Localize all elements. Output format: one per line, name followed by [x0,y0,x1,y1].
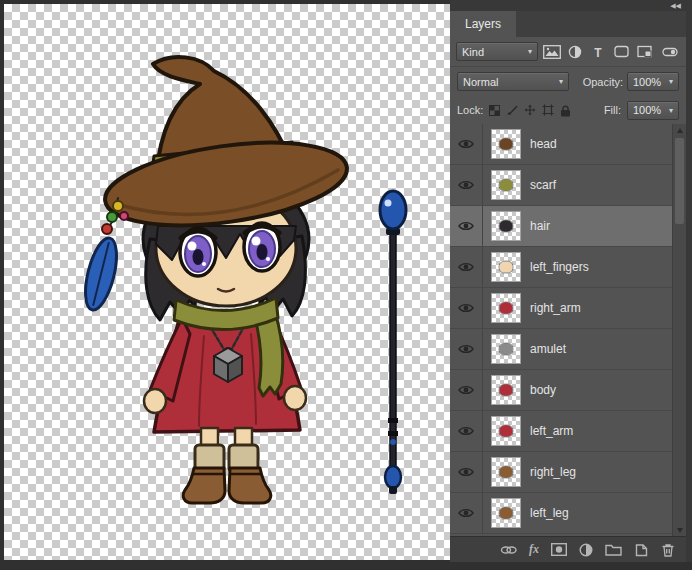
chevron-down-icon: ▾ [669,106,673,115]
lock-all-icon[interactable] [560,104,571,117]
lock-artboard-icon[interactable] [542,104,554,116]
hat-group [100,57,352,239]
layer-row-right-leg[interactable]: right_leg [450,452,672,493]
eye-icon [458,425,474,437]
layer-row-head[interactable]: head [450,124,672,165]
new-layer-icon[interactable] [634,543,649,557]
fill-value: 100% [633,104,661,116]
link-layers-icon[interactable] [500,544,517,556]
layer-visibility-toggle[interactable] [450,124,483,164]
layer-visibility-toggle[interactable] [450,247,483,287]
blend-opacity-row: Normal ▾ Opacity: 100% ▾ [450,67,686,96]
beads-feather-group [79,198,128,313]
layer-list-scrollbar[interactable] [672,124,686,536]
layer-visibility-toggle[interactable] [450,370,483,410]
layer-row-body[interactable]: body [450,370,672,411]
filter-kind-label: Kind [462,46,484,58]
layer-row-left-fingers[interactable]: left_fingers [450,247,672,288]
layer-visibility-toggle[interactable] [450,165,483,205]
document-canvas[interactable] [4,4,450,560]
layer-thumbnail[interactable] [491,334,521,364]
layer-visibility-toggle[interactable] [450,493,483,533]
filter-kind-select[interactable]: Kind ▾ [456,42,538,61]
layer-style-button[interactable]: fx [529,542,539,557]
layer-thumbnail[interactable] [491,170,521,200]
layer-name: left_leg [530,506,569,520]
chevron-down-icon: ▾ [559,77,563,86]
layer-name: body [530,383,556,397]
new-adjustment-layer-icon[interactable] [579,543,593,557]
opacity-select[interactable]: 100% ▾ [627,72,679,91]
svg-text:T: T [594,45,602,59]
layer-row-scarf[interactable]: scarf [450,165,672,206]
staff-group [380,191,406,494]
fill-select[interactable]: 100% ▾ [627,101,679,120]
eye-icon [458,507,474,519]
layer-row-hair[interactable]: hair [450,206,672,247]
layer-row-left-leg[interactable]: left_leg [450,493,672,534]
layer-thumbnail[interactable] [491,498,521,528]
layer-thumbnail[interactable] [491,211,521,241]
eye-icon [458,384,474,396]
type-filter-icon[interactable]: T [588,43,608,61]
layer-name: left_fingers [530,260,589,274]
layer-name: right_leg [530,465,576,479]
layer-filter-row: Kind ▾ T [450,37,686,67]
layer-visibility-toggle[interactable] [450,411,483,451]
delete-layer-icon[interactable] [661,543,675,557]
layer-row-right-arm[interactable]: right_arm [450,288,672,329]
tab-layers[interactable]: Layers [450,11,516,37]
layer-thumbnail[interactable] [491,375,521,405]
lock-label: Lock: [457,104,483,116]
layer-visibility-toggle[interactable] [450,288,483,328]
layer-thumb-blob [500,508,513,519]
lock-position-icon[interactable] [524,104,536,116]
layer-thumbnail[interactable] [491,293,521,323]
layer-thumb-blob [500,262,513,273]
shape-filter-icon[interactable] [611,43,631,61]
add-layer-mask-icon[interactable] [551,543,567,556]
layer-visibility-toggle[interactable] [450,452,483,492]
layer-row-left-arm[interactable]: left_arm [450,411,672,452]
layer-thumb-blob [500,467,513,478]
layer-name: scarf [530,178,556,192]
legs-group [195,428,258,472]
layer-thumb-blob [500,303,513,314]
scroll-thumb[interactable] [675,138,684,224]
scroll-track[interactable] [673,136,686,524]
layer-visibility-toggle[interactable] [450,329,483,369]
lock-image-pixels-icon[interactable] [506,104,518,116]
layer-thumb-blob [500,139,513,150]
lock-transparent-pixels-icon[interactable] [489,105,500,116]
layer-thumbnail[interactable] [491,457,521,487]
layer-list: head scarf hair left_fingers [450,124,686,536]
panel-tab-bar: Layers [450,11,686,37]
layer-visibility-toggle[interactable] [450,206,483,246]
blend-mode-select[interactable]: Normal ▾ [457,72,569,91]
panel-header-strip: ◀◀ [450,0,686,11]
layers-panel: ◀◀ Layers Kind ▾ T [450,0,692,562]
lock-fill-row: Lock: Fill: 100% ▾ [450,96,686,124]
layer-thumbnail[interactable] [491,252,521,282]
layer-row-amulet[interactable]: amulet [450,329,672,370]
collapse-panels-icon[interactable]: ◀◀ [670,2,681,9]
adjustment-filter-icon[interactable] [565,43,585,61]
eye-icon [458,302,474,314]
layer-thumbnail[interactable] [491,416,521,446]
eye-icon [458,220,474,232]
eye-icon [458,466,474,478]
pixel-filter-icon[interactable] [542,43,562,61]
layer-thumb-blob [500,221,513,232]
scroll-up-button[interactable] [673,124,686,136]
new-group-icon[interactable] [605,543,622,556]
layer-name: right_arm [530,301,581,315]
layer-thumbnail[interactable] [491,129,521,159]
chevron-down-icon: ▾ [528,47,532,56]
opacity-value: 100% [633,76,661,88]
smart-object-filter-icon[interactable] [634,43,654,61]
scroll-down-button[interactable] [673,524,686,536]
layer-filtering-toggle-icon[interactable] [660,43,680,61]
photoshop-window: ◀◀ Layers Kind ▾ T [0,0,692,570]
layer-name: amulet [530,342,566,356]
fill-label: Fill: [604,104,621,116]
